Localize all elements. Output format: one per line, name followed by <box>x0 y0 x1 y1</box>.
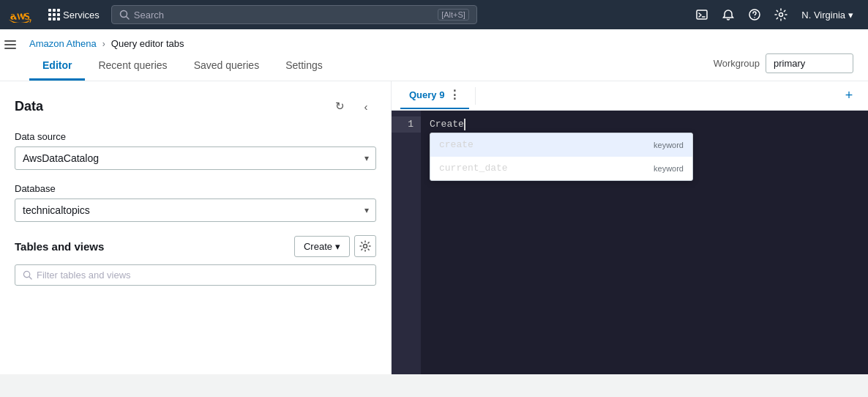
tables-header: Tables and views Create ▾ <box>15 235 376 257</box>
region-label: N. Virginia <box>801 10 845 21</box>
editor-area[interactable]: 1 Create create keyword current_date <box>392 111 868 374</box>
page-header: Amazon Athena › Query editor tabs Editor… <box>0 29 868 81</box>
sidebar-toggle[interactable] <box>0 29 20 60</box>
svg-line-9 <box>29 277 31 279</box>
line-numbers: 1 <box>392 111 421 374</box>
tab-settings[interactable]: Settings <box>272 52 336 81</box>
database-section: Database technicaltopics ▾ <box>15 183 376 222</box>
bell-icon <box>722 8 735 21</box>
aws-logo[interactable] <box>9 7 34 23</box>
code-area[interactable]: Create create keyword current_date keywo… <box>421 111 868 374</box>
help-icon <box>748 8 761 21</box>
nav-icons: N. Virginia ▾ <box>690 3 859 26</box>
autocomplete-type-current-date: keyword <box>654 160 684 177</box>
right-panel: Query 9 ⋮ + 1 Create <box>392 81 868 374</box>
database-select[interactable]: technicaltopics <box>15 198 376 222</box>
database-label: Database <box>15 183 376 194</box>
terminal-icon <box>695 8 708 21</box>
workgroup-area: Workgroup primary <box>714 53 853 79</box>
add-tab-button[interactable]: + <box>839 86 859 106</box>
tab-saved-queries[interactable]: Saved queries <box>181 52 273 81</box>
code-line-1: Create <box>427 116 868 133</box>
breadcrumb-current: Query editor tabs <box>111 38 184 49</box>
services-label: Services <box>63 10 100 21</box>
create-button[interactable]: Create ▾ <box>294 236 350 257</box>
top-navigation: Services [Alt+S] <box>0 0 868 29</box>
svg-point-6 <box>779 13 783 17</box>
svg-rect-2 <box>697 10 707 19</box>
create-dropdown-icon: ▾ <box>335 241 340 252</box>
data-source-section: Data source AwsDataCatalog ▾ <box>15 131 376 170</box>
autocomplete-text-create: create <box>439 137 474 153</box>
tab-editor[interactable]: Editor <box>29 52 85 81</box>
tabs-bar: Editor Recent queries Saved queries Sett… <box>29 52 853 81</box>
breadcrumb-separator: › <box>102 39 105 49</box>
code-text: Create <box>430 116 464 133</box>
panel-header: Data ↻ ‹ <box>15 96 376 116</box>
query-tab-bar: Query 9 ⋮ + <box>392 81 868 111</box>
grid-icon <box>48 9 60 21</box>
search-input[interactable] <box>134 10 433 21</box>
services-button[interactable]: Services <box>42 6 105 23</box>
autocomplete-dropdown: create keyword current_date keyword <box>430 133 693 181</box>
region-button[interactable]: N. Virginia ▾ <box>796 7 859 23</box>
main-content: Data ↻ ‹ Data source AwsDataCatalog ▾ Da… <box>0 81 868 374</box>
line-number-1: 1 <box>392 116 421 133</box>
search-shortcut: [Alt+S] <box>438 9 469 21</box>
region-dropdown-icon: ▾ <box>848 10 853 21</box>
left-panel: Data ↻ ‹ Data source AwsDataCatalog ▾ Da… <box>0 81 392 374</box>
database-select-wrapper: technicaltopics ▾ <box>15 198 376 222</box>
autocomplete-type-create: keyword <box>654 137 684 153</box>
tables-gear-button[interactable] <box>354 235 376 257</box>
tab-recent-queries[interactable]: Recent queries <box>85 52 180 81</box>
workgroup-value: primary <box>766 53 853 73</box>
tables-actions: Create ▾ <box>294 235 376 257</box>
tab-divider <box>475 87 476 105</box>
filter-row <box>15 264 376 286</box>
autocomplete-item-create[interactable]: create keyword <box>430 133 692 157</box>
svg-point-5 <box>754 17 755 18</box>
filter-search-icon <box>23 270 32 280</box>
data-source-select[interactable]: AwsDataCatalog <box>15 146 376 170</box>
collapse-button[interactable]: ‹ <box>356 96 376 116</box>
panel-title: Data <box>15 99 43 114</box>
editor-line: 1 Create create keyword current_date <box>392 111 868 374</box>
workgroup-label: Workgroup <box>714 58 760 69</box>
create-label: Create <box>304 241 332 252</box>
terminal-icon-button[interactable] <box>690 3 714 26</box>
data-source-label: Data source <box>15 131 376 142</box>
query-tab-label: Query 9 <box>409 89 444 100</box>
tables-title: Tables and views <box>15 240 104 253</box>
refresh-button[interactable]: ↻ <box>329 96 350 116</box>
data-source-select-wrapper: AwsDataCatalog ▾ <box>15 146 376 170</box>
breadcrumb-home-link[interactable]: Amazon Athena <box>29 38 97 49</box>
settings-icon <box>774 8 787 21</box>
autocomplete-item-current-date[interactable]: current_date keyword <box>430 157 692 180</box>
breadcrumb: Amazon Athena › Query editor tabs <box>29 29 853 49</box>
help-icon-button[interactable] <box>743 3 766 26</box>
search-bar[interactable]: [Alt+S] <box>111 5 477 24</box>
query-tab-active[interactable]: Query 9 ⋮ <box>400 82 469 109</box>
bell-icon-button[interactable] <box>717 3 740 26</box>
cursor <box>464 119 465 130</box>
gear-icon <box>359 240 371 252</box>
svg-line-1 <box>126 17 129 20</box>
search-icon <box>119 10 130 20</box>
panel-actions: ↻ ‹ <box>329 96 376 116</box>
autocomplete-text-current-date: current_date <box>439 160 508 177</box>
svg-point-7 <box>364 245 367 248</box>
query-menu-icon[interactable]: ⋮ <box>449 88 460 102</box>
filter-input[interactable] <box>37 270 368 281</box>
settings-icon-button[interactable] <box>769 3 793 26</box>
